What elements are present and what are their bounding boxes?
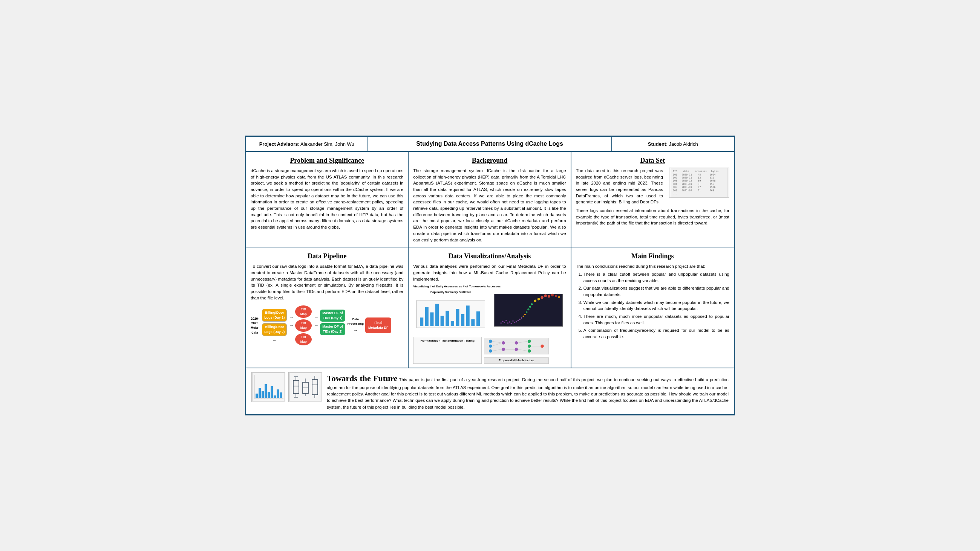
popularity-chart: Popularity Summary Statistics xyxy=(413,291,488,335)
svg-point-56 xyxy=(541,345,544,348)
pipeline-diagram: 2020-2023Meta-data Billing/DoorLogs (Day… xyxy=(251,305,403,345)
svg-rect-68 xyxy=(262,391,264,398)
svg-point-47 xyxy=(489,345,492,348)
svg-rect-74 xyxy=(280,392,282,398)
svg-point-29 xyxy=(522,316,524,317)
billing-log2: Billing/DoorLogs (Day 2) xyxy=(262,323,287,336)
future-text-area: Towards the Future This paper is just th… xyxy=(327,372,729,411)
problem-cell: Problem and Significance dCache is a sto… xyxy=(246,152,409,248)
svg-rect-5 xyxy=(441,316,444,326)
svg-point-50 xyxy=(502,348,505,351)
background-cell: Background The storage management system… xyxy=(409,152,571,248)
dataset-image: TID date accesses bytes 001 2020-11 45 1… xyxy=(669,168,729,198)
top-section: Problem and Significance dCache is a sto… xyxy=(246,152,734,248)
advisors-label: Project Advisors xyxy=(259,141,298,147)
scatter-svg xyxy=(491,291,566,332)
findings-list: There is a clear cutoff between popular … xyxy=(576,271,729,340)
svg-point-52 xyxy=(515,348,518,351)
tid-map3: TIDMap xyxy=(295,333,312,346)
svg-rect-8 xyxy=(456,309,460,326)
norm-label: Normalization Transformation Testing xyxy=(413,337,482,364)
dataset-title: Data Set xyxy=(576,156,729,165)
student-label: Student xyxy=(648,141,666,147)
svg-rect-1 xyxy=(420,318,423,326)
svg-rect-6 xyxy=(446,311,449,326)
svg-point-34 xyxy=(531,303,533,305)
findings-title: Main Findings xyxy=(576,251,729,261)
findings-cell: Main Findings The main conclusions reach… xyxy=(571,248,734,368)
svg-point-32 xyxy=(527,308,529,310)
svg-point-20 xyxy=(508,322,509,324)
pop-chart-title: Popularity Summary Statistics xyxy=(413,291,488,295)
finding-3: While we can identify datasets which may… xyxy=(584,299,729,312)
svg-point-25 xyxy=(515,321,517,322)
svg-point-23 xyxy=(512,320,514,322)
poster-title: Studying Data Access Patterns Using dCac… xyxy=(416,140,563,147)
viz-title: Data Visualizations/Analysis xyxy=(413,251,566,261)
background-text: The storage management system dCache is … xyxy=(413,168,566,243)
svg-point-36 xyxy=(538,298,540,300)
svg-point-27 xyxy=(519,319,520,320)
chart-title: Visualizing # of Daily Accesses vs # of … xyxy=(413,284,501,289)
viz-area: Visualizing # of Daily Accesses vs # of … xyxy=(413,284,566,364)
advisors-cell: Project Advisors: Alexander Sim, John Wu xyxy=(246,137,368,151)
svg-point-22 xyxy=(511,323,512,324)
svg-point-46 xyxy=(489,340,492,343)
pipeline-cell: Data Pipeline To convert our raw data lo… xyxy=(246,248,409,368)
advisors-value: : Alexander Sim, John Wu xyxy=(298,141,354,147)
master-df2: Master DF ofTIDs (Day 2) xyxy=(320,323,345,335)
svg-point-26 xyxy=(517,320,519,321)
tid-map1: TIDMap xyxy=(295,305,312,318)
title-cell: Studying Data Access Patterns Using dCac… xyxy=(368,137,612,151)
svg-point-40 xyxy=(551,294,554,296)
svg-rect-7 xyxy=(451,321,454,326)
dataset-text1: The data used in this research project w… xyxy=(576,168,663,205)
tid-map2: TIDMap xyxy=(295,319,312,332)
meta-label: 2020-2023Meta-data xyxy=(251,316,259,335)
svg-point-37 xyxy=(541,296,544,299)
svg-rect-2 xyxy=(425,307,429,326)
future-title: Towards the Future xyxy=(327,374,398,383)
dataset-text2: These logs contain essential information… xyxy=(576,208,729,226)
visualizations-cell: Data Visualizations/Analysis Various dat… xyxy=(409,248,571,368)
poster-container: Project Advisors: Alexander Sim, John Wu… xyxy=(245,136,735,415)
footer-row: Towards the Future This paper is just th… xyxy=(246,368,734,414)
svg-rect-72 xyxy=(274,395,276,398)
footer-images xyxy=(251,372,322,402)
svg-point-24 xyxy=(514,322,515,323)
svg-rect-11 xyxy=(471,319,475,326)
problem-text: dCache is a storage management system wh… xyxy=(251,168,403,230)
svg-point-39 xyxy=(548,295,550,297)
svg-rect-3 xyxy=(430,312,434,326)
scatter-chart xyxy=(491,291,566,335)
svg-rect-66 xyxy=(256,394,258,398)
svg-point-33 xyxy=(529,305,531,307)
svg-rect-9 xyxy=(461,314,465,326)
billing-log1: Billing/DoorLogs (Day 1) xyxy=(262,309,287,322)
svg-rect-71 xyxy=(270,386,273,398)
dataset-cell: Data Set The data used in this research … xyxy=(571,152,734,248)
svg-point-21 xyxy=(509,321,511,323)
svg-point-30 xyxy=(524,314,526,316)
svg-rect-73 xyxy=(277,389,279,398)
svg-rect-10 xyxy=(466,305,469,326)
svg-point-53 xyxy=(528,340,531,343)
svg-point-35 xyxy=(534,299,536,302)
bar-chart-svg xyxy=(413,295,488,333)
nn-svg xyxy=(484,337,549,356)
svg-rect-69 xyxy=(265,384,267,398)
svg-point-17 xyxy=(502,321,504,322)
header-row: Project Advisors: Alexander Sim, John Wu… xyxy=(246,137,734,152)
pipeline-title: Data Pipeline xyxy=(251,251,403,261)
problem-title: Problem and Significance xyxy=(251,156,403,165)
svg-point-48 xyxy=(489,349,492,353)
svg-rect-70 xyxy=(267,392,270,398)
svg-point-54 xyxy=(528,345,531,348)
footer-chart1 xyxy=(251,372,285,402)
svg-point-38 xyxy=(544,294,547,297)
final-df: FinalMetadata DF xyxy=(365,318,391,333)
student-value: : Jacob Aldrich xyxy=(666,141,698,147)
findings-intro: The main conclusions reached during this… xyxy=(576,263,729,270)
svg-point-19 xyxy=(506,320,507,321)
svg-rect-4 xyxy=(435,304,439,326)
